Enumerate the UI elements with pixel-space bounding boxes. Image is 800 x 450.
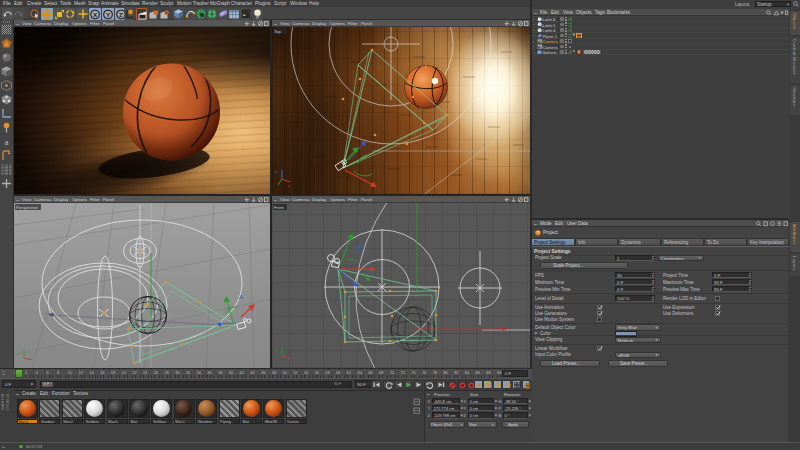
svg-text:a: a [5,137,9,147]
svg-text:A: A [238,294,243,300]
svg-text:y: y [18,349,20,354]
svg-text:Z: Z [119,10,123,17]
svg-text:x: x [288,183,290,188]
svg-text:y: y [276,347,278,352]
svg-text:z: z [275,169,277,174]
